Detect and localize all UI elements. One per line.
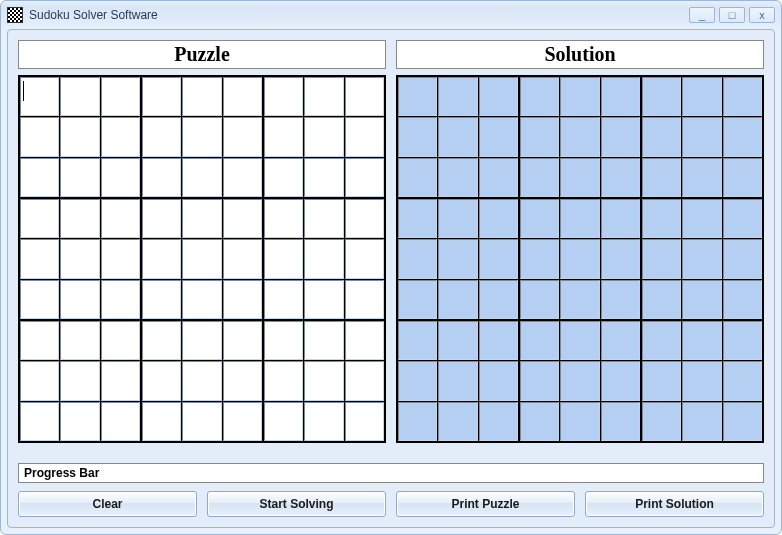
app-window: Sudoku Solver Software _ □ x Puzzle Solu… — [0, 0, 782, 535]
puzzle-cell[interactable] — [264, 199, 303, 238]
puzzle-cell[interactable] — [345, 239, 384, 278]
puzzle-cell[interactable] — [142, 361, 181, 400]
puzzle-cell[interactable] — [345, 402, 384, 441]
puzzle-cell[interactable] — [20, 239, 59, 278]
puzzle-cell[interactable] — [304, 280, 343, 319]
clear-button[interactable]: Clear — [18, 491, 197, 517]
puzzle-cell[interactable] — [345, 321, 384, 360]
solution-cell — [520, 321, 559, 360]
puzzle-cell[interactable] — [101, 77, 140, 116]
titlebar[interactable]: Sudoku Solver Software _ □ x — [1, 1, 781, 29]
puzzle-cell[interactable] — [264, 158, 303, 197]
puzzle-cell[interactable] — [223, 280, 262, 319]
puzzle-cell[interactable] — [60, 280, 99, 319]
puzzle-cell[interactable] — [142, 280, 181, 319]
sudoku-box — [398, 77, 518, 197]
solution-cell — [438, 280, 477, 319]
puzzle-cell[interactable] — [304, 199, 343, 238]
puzzle-cell[interactable] — [182, 280, 221, 319]
puzzle-cell[interactable] — [345, 117, 384, 156]
puzzle-cell[interactable] — [223, 199, 262, 238]
puzzle-cell[interactable] — [142, 77, 181, 116]
solution-cell — [682, 361, 721, 400]
puzzle-cell[interactable] — [20, 321, 59, 360]
puzzle-cell[interactable] — [304, 321, 343, 360]
puzzle-cell[interactable] — [101, 402, 140, 441]
puzzle-cell[interactable] — [264, 117, 303, 156]
puzzle-cell[interactable] — [101, 158, 140, 197]
puzzle-cell[interactable] — [223, 361, 262, 400]
puzzle-cell[interactable] — [182, 199, 221, 238]
puzzle-cell[interactable] — [20, 361, 59, 400]
puzzle-cell[interactable] — [60, 158, 99, 197]
puzzle-grid[interactable] — [18, 75, 386, 443]
maximize-button[interactable]: □ — [719, 7, 745, 23]
puzzle-cell[interactable] — [101, 239, 140, 278]
puzzle-cell[interactable] — [223, 239, 262, 278]
puzzle-cell[interactable] — [264, 77, 303, 116]
puzzle-cell[interactable] — [101, 117, 140, 156]
puzzle-cell[interactable] — [182, 77, 221, 116]
puzzle-cell[interactable] — [304, 158, 343, 197]
puzzle-cell[interactable] — [60, 77, 99, 116]
puzzle-cell[interactable] — [304, 117, 343, 156]
puzzle-cell[interactable] — [60, 117, 99, 156]
puzzle-cell[interactable] — [223, 158, 262, 197]
puzzle-cell[interactable] — [264, 402, 303, 441]
puzzle-cell[interactable] — [182, 158, 221, 197]
puzzle-cell[interactable] — [304, 77, 343, 116]
puzzle-cell[interactable] — [182, 402, 221, 441]
puzzle-cell[interactable] — [182, 239, 221, 278]
puzzle-cell[interactable] — [345, 199, 384, 238]
puzzle-cell[interactable] — [223, 117, 262, 156]
puzzle-cell[interactable] — [20, 158, 59, 197]
puzzle-cell[interactable] — [20, 199, 59, 238]
puzzle-cell[interactable] — [142, 199, 181, 238]
minimize-button[interactable]: _ — [689, 7, 715, 23]
solution-cell — [642, 77, 681, 116]
puzzle-cell[interactable] — [223, 77, 262, 116]
puzzle-cell[interactable] — [101, 361, 140, 400]
puzzle-cell[interactable] — [101, 280, 140, 319]
puzzle-cell[interactable] — [142, 321, 181, 360]
puzzle-cell[interactable] — [264, 361, 303, 400]
puzzle-cell[interactable] — [101, 321, 140, 360]
puzzle-cell[interactable] — [345, 280, 384, 319]
puzzle-cell[interactable] — [142, 402, 181, 441]
puzzle-cell[interactable] — [60, 402, 99, 441]
puzzle-cell[interactable] — [304, 239, 343, 278]
print-solution-button[interactable]: Print Solution — [585, 491, 764, 517]
puzzle-cell[interactable] — [264, 321, 303, 360]
puzzle-cell[interactable] — [345, 361, 384, 400]
puzzle-cell[interactable] — [345, 158, 384, 197]
puzzle-cell[interactable] — [20, 117, 59, 156]
print-puzzle-button[interactable]: Print Puzzle — [396, 491, 575, 517]
sudoku-box — [264, 321, 384, 441]
close-button[interactable]: x — [749, 7, 775, 23]
puzzle-cell[interactable] — [101, 199, 140, 238]
puzzle-cell[interactable] — [60, 361, 99, 400]
puzzle-cell[interactable] — [142, 158, 181, 197]
puzzle-cell[interactable] — [264, 280, 303, 319]
solution-cell — [398, 239, 437, 278]
solution-cell — [642, 117, 681, 156]
puzzle-cell[interactable] — [20, 280, 59, 319]
puzzle-cell[interactable] — [142, 117, 181, 156]
puzzle-cell[interactable] — [345, 77, 384, 116]
puzzle-cell[interactable] — [304, 402, 343, 441]
puzzle-cell[interactable] — [264, 239, 303, 278]
puzzle-cell[interactable] — [304, 361, 343, 400]
puzzle-cell[interactable] — [60, 239, 99, 278]
puzzle-cell[interactable] — [182, 321, 221, 360]
puzzle-cell[interactable] — [223, 402, 262, 441]
puzzle-cell[interactable] — [20, 77, 59, 116]
start-solving-button[interactable]: Start Solving — [207, 491, 386, 517]
text-caret — [23, 81, 24, 101]
puzzle-cell[interactable] — [223, 321, 262, 360]
puzzle-cell[interactable] — [182, 117, 221, 156]
puzzle-cell[interactable] — [20, 402, 59, 441]
puzzle-cell[interactable] — [182, 361, 221, 400]
puzzle-cell[interactable] — [60, 321, 99, 360]
puzzle-cell[interactable] — [142, 239, 181, 278]
puzzle-cell[interactable] — [60, 199, 99, 238]
